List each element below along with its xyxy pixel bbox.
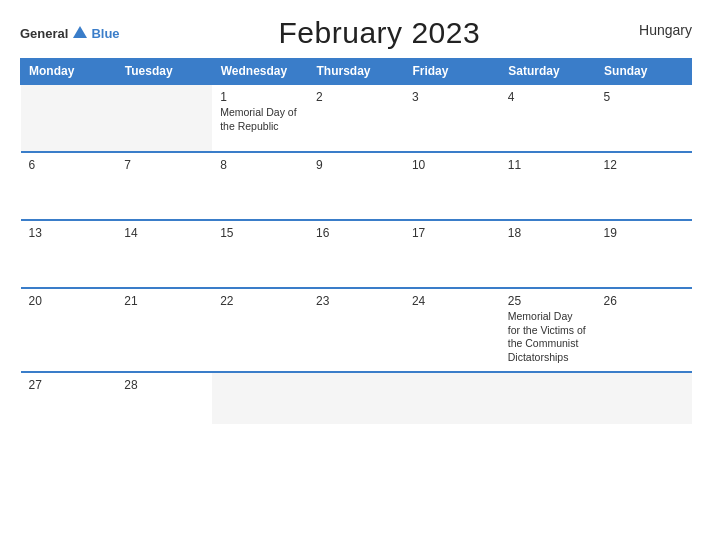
calendar-cell: 14	[116, 220, 212, 288]
day-number: 18	[508, 226, 588, 240]
calendar-cell: 8	[212, 152, 308, 220]
calendar-cell: 4	[500, 84, 596, 152]
day-number: 6	[29, 158, 109, 172]
day-number: 3	[412, 90, 492, 104]
day-number: 27	[29, 378, 109, 392]
day-number: 16	[316, 226, 396, 240]
calendar-cell: 3	[404, 84, 500, 152]
calendar-header: MondayTuesdayWednesdayThursdayFridaySatu…	[21, 59, 692, 85]
calendar-week-row: 6789101112	[21, 152, 692, 220]
day-number: 12	[604, 158, 684, 172]
calendar-cell: 26	[596, 288, 692, 372]
calendar-cell: 13	[21, 220, 117, 288]
weekday-header: Monday	[21, 59, 117, 85]
calendar-cell	[596, 372, 692, 424]
calendar-cell: 16	[308, 220, 404, 288]
calendar-cell: 6	[21, 152, 117, 220]
day-number: 11	[508, 158, 588, 172]
weekday-header: Friday	[404, 59, 500, 85]
event-label: Memorial Day for the Victims of the Comm…	[508, 310, 588, 365]
calendar-page: General Blue February 2023 Hungary Monda…	[0, 0, 712, 550]
day-number: 28	[124, 378, 204, 392]
day-number: 24	[412, 294, 492, 308]
calendar-cell: 25Memorial Day for the Victims of the Co…	[500, 288, 596, 372]
weekday-header: Saturday	[500, 59, 596, 85]
calendar-week-row: 202122232425Memorial Day for the Victims…	[21, 288, 692, 372]
day-number: 2	[316, 90, 396, 104]
weekday-header: Sunday	[596, 59, 692, 85]
calendar-cell	[404, 372, 500, 424]
calendar-cell: 19	[596, 220, 692, 288]
day-number: 4	[508, 90, 588, 104]
calendar-cell: 18	[500, 220, 596, 288]
logo: General Blue	[20, 24, 120, 42]
day-number: 25	[508, 294, 588, 308]
calendar-cell	[21, 84, 117, 152]
weekday-header: Thursday	[308, 59, 404, 85]
calendar-cell: 15	[212, 220, 308, 288]
day-number: 26	[604, 294, 684, 308]
day-number: 13	[29, 226, 109, 240]
day-number: 17	[412, 226, 492, 240]
calendar-cell: 24	[404, 288, 500, 372]
calendar-cell: 28	[116, 372, 212, 424]
calendar-cell: 2	[308, 84, 404, 152]
day-number: 8	[220, 158, 300, 172]
calendar-cell: 9	[308, 152, 404, 220]
page-header: General Blue February 2023 Hungary	[20, 16, 692, 50]
day-number: 20	[29, 294, 109, 308]
country-label: Hungary	[639, 22, 692, 38]
calendar-week-row: 2728	[21, 372, 692, 424]
day-number: 14	[124, 226, 204, 240]
weekday-header: Wednesday	[212, 59, 308, 85]
day-number: 22	[220, 294, 300, 308]
calendar-cell	[500, 372, 596, 424]
calendar-body: 1Memorial Day of the Republic23456789101…	[21, 84, 692, 424]
calendar-cell: 11	[500, 152, 596, 220]
logo-blue-text: Blue	[91, 26, 119, 41]
calendar-cell: 22	[212, 288, 308, 372]
day-number: 23	[316, 294, 396, 308]
calendar-cell: 5	[596, 84, 692, 152]
calendar-cell: 27	[21, 372, 117, 424]
calendar-week-row: 1Memorial Day of the Republic2345	[21, 84, 692, 152]
calendar-cell: 1Memorial Day of the Republic	[212, 84, 308, 152]
day-number: 19	[604, 226, 684, 240]
calendar-cell	[212, 372, 308, 424]
page-title: February 2023	[279, 16, 481, 50]
day-number: 1	[220, 90, 300, 104]
event-label: Memorial Day of the Republic	[220, 106, 300, 133]
calendar-cell: 20	[21, 288, 117, 372]
calendar-cell: 7	[116, 152, 212, 220]
calendar-cell: 10	[404, 152, 500, 220]
calendar-week-row: 13141516171819	[21, 220, 692, 288]
svg-marker-0	[73, 26, 87, 38]
day-number: 5	[604, 90, 684, 104]
calendar-cell: 17	[404, 220, 500, 288]
weekday-row: MondayTuesdayWednesdayThursdayFridaySatu…	[21, 59, 692, 85]
day-number: 10	[412, 158, 492, 172]
calendar-cell	[116, 84, 212, 152]
calendar-cell: 23	[308, 288, 404, 372]
weekday-header: Tuesday	[116, 59, 212, 85]
calendar-cell: 21	[116, 288, 212, 372]
day-number: 15	[220, 226, 300, 240]
logo-icon	[71, 24, 89, 42]
calendar-table: MondayTuesdayWednesdayThursdayFridaySatu…	[20, 58, 692, 424]
calendar-cell: 12	[596, 152, 692, 220]
day-number: 9	[316, 158, 396, 172]
logo-general-text: General	[20, 26, 68, 41]
day-number: 7	[124, 158, 204, 172]
calendar-cell	[308, 372, 404, 424]
day-number: 21	[124, 294, 204, 308]
